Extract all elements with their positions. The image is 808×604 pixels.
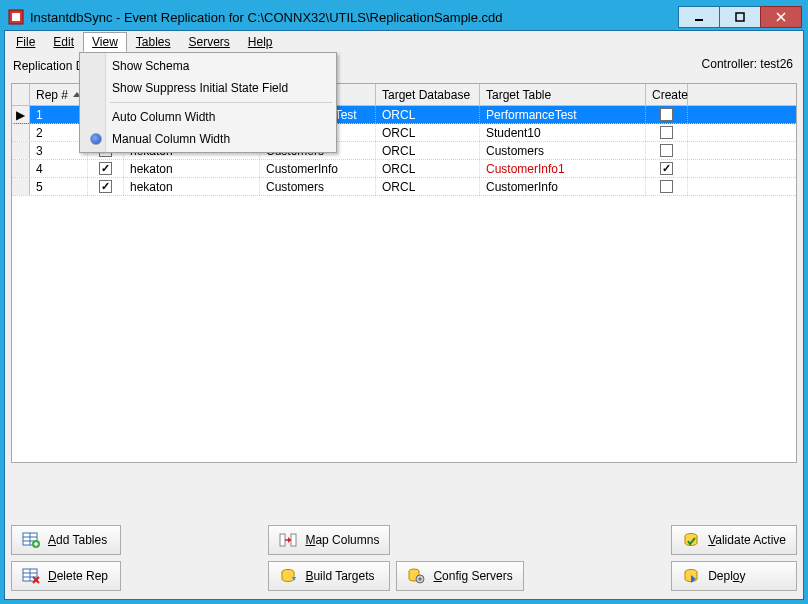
maximize-button[interactable] [719, 6, 761, 28]
cell-source-db: hekaton [124, 178, 260, 195]
menubar: File Edit View Tables Servers Help [5, 31, 803, 53]
cell-source-db: hekaton [124, 160, 260, 177]
cell-create[interactable] [646, 178, 688, 195]
menu-edit[interactable]: Edit [44, 32, 83, 52]
svg-rect-19 [280, 534, 285, 546]
checkbox-icon[interactable] [99, 180, 112, 193]
checkbox-icon[interactable] [660, 144, 673, 157]
cell-target-db: ORCL [376, 178, 480, 195]
deploy-button[interactable]: Deploy [671, 561, 797, 591]
add-tables-button[interactable]: Add Tables [11, 525, 121, 555]
cell-target-table: CustomerInfo [480, 178, 646, 195]
validate-active-button[interactable]: Validate Active [671, 525, 797, 555]
menu-help[interactable]: Help [239, 32, 282, 52]
cell-target-table: Customers [480, 142, 646, 159]
cell-active[interactable] [88, 178, 124, 195]
config-servers-button[interactable]: Config Servers [396, 561, 523, 591]
cell-create[interactable] [646, 160, 688, 177]
app-window: InstantdbSync - Event Replication for C:… [0, 0, 808, 604]
checkbox-icon[interactable] [660, 126, 673, 139]
table-add-icon [22, 531, 40, 549]
menu-servers[interactable]: Servers [180, 32, 239, 52]
row-indicator [12, 124, 30, 141]
svg-rect-1 [12, 13, 20, 21]
menu-view[interactable]: View [83, 32, 127, 52]
col-target-table[interactable]: Target Table [480, 84, 646, 105]
cell-create[interactable] [646, 142, 688, 159]
checkbox-icon[interactable] [99, 162, 112, 175]
checkbox-icon[interactable] [660, 108, 673, 121]
col-target-database[interactable]: Target Database [376, 84, 480, 105]
menu-show-schema[interactable]: Show Schema [82, 55, 334, 77]
menu-show-suppress[interactable]: Show Suppress Initial State Field [82, 77, 334, 99]
menu-file[interactable]: File [7, 32, 44, 52]
cell-target-table: PerformanceTest [480, 106, 646, 123]
cell-target-table: CustomerInfo1 [480, 160, 646, 177]
cell-rep: 5 [30, 178, 88, 195]
build-targets-button[interactable]: Build Targets [268, 561, 390, 591]
svg-rect-20 [291, 534, 296, 546]
cell-target-table: Student10 [480, 124, 646, 141]
menu-manual-column-width[interactable]: Manual Column Width [82, 128, 334, 150]
checkbox-icon[interactable] [660, 180, 673, 193]
svg-rect-3 [736, 13, 744, 21]
cell-target-db: ORCL [376, 160, 480, 177]
cell-create[interactable] [646, 124, 688, 141]
view-dropdown: Show Schema Show Suppress Initial State … [79, 52, 337, 153]
config-servers-icon [407, 567, 425, 585]
cell-source-table: Customers [260, 178, 376, 195]
col-create[interactable]: Create [646, 84, 688, 105]
map-columns-button[interactable]: Map Columns [268, 525, 390, 555]
table-row[interactable]: 4hekatonCustomerInfoORCLCustomerInfo1 [12, 160, 796, 178]
build-targets-icon [279, 567, 297, 585]
minimize-button[interactable] [678, 6, 720, 28]
delete-rep-button[interactable]: Delete Rep [11, 561, 121, 591]
menu-tables[interactable]: Tables [127, 32, 180, 52]
checkbox-icon[interactable] [660, 162, 673, 175]
row-indicator [12, 178, 30, 195]
window-title: InstantdbSync - Event Replication for C:… [30, 10, 679, 25]
cell-rep: 4 [30, 160, 88, 177]
client-area: File Edit View Tables Servers Help Show … [4, 30, 804, 600]
menu-auto-column-width[interactable]: Auto Column Width [82, 106, 334, 128]
cell-target-db: ORCL [376, 142, 480, 159]
cell-create[interactable] [646, 106, 688, 123]
app-icon [8, 9, 24, 25]
table-row[interactable]: 5hekatonCustomersORCLCustomerInfo [12, 178, 796, 196]
close-button[interactable] [760, 6, 802, 28]
cell-target-db: ORCL [376, 124, 480, 141]
cell-active[interactable] [88, 160, 124, 177]
radio-selected-icon [90, 133, 102, 145]
row-indicator: ▶ [12, 106, 30, 123]
row-indicator [12, 160, 30, 177]
svg-point-27 [419, 578, 422, 581]
validate-icon [682, 531, 700, 549]
row-indicator [12, 142, 30, 159]
controller-label: Controller: test26 [702, 57, 793, 71]
titlebar[interactable]: InstantdbSync - Event Replication for C:… [4, 4, 804, 30]
table-delete-icon [22, 567, 40, 585]
cell-source-table: CustomerInfo [260, 160, 376, 177]
col-rowheader[interactable] [12, 84, 30, 105]
cell-target-db: ORCL [376, 106, 480, 123]
button-bar: Add Tables Delete Rep Map Columns Build … [5, 515, 803, 599]
map-columns-icon [279, 531, 297, 549]
deploy-icon [682, 567, 700, 585]
